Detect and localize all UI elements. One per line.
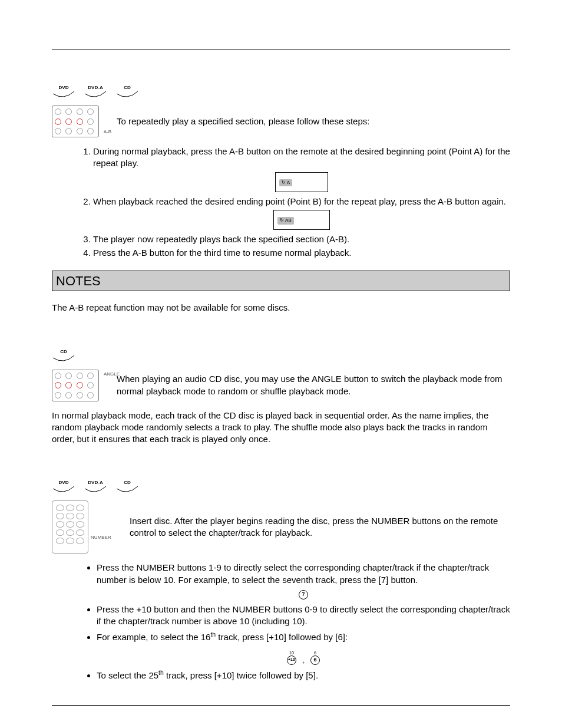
bullet-text: Press the NUMBER buttons 1-9 to directly… — [97, 562, 489, 584]
button-6-icon: 6 6 — [310, 651, 320, 665]
disc-dvd-icon: DVD — [52, 480, 75, 495]
osd-tag: ↻ A — [279, 179, 292, 187]
list-item: During normal playback, press the A-B bu… — [93, 146, 510, 192]
disc-dvda-icon: DVD-A — [84, 480, 107, 495]
remote-label: A-B — [104, 129, 111, 136]
disc-badges-row: CD — [52, 350, 510, 364]
remote-label: NUMBER — [91, 535, 111, 541]
page: DVD DVD-A CD A-B To repeatedly play a sp… — [0, 0, 562, 728]
section1-intro: To repeatedly play a specified section, … — [117, 116, 369, 127]
step-text: When playback reached the desired ending… — [93, 196, 506, 206]
remote-ab-icon: A-B — [52, 106, 99, 137]
disc-label: CD — [124, 85, 131, 90]
list-item: The player now repeatedly plays back the… — [93, 233, 510, 245]
bottom-rule — [52, 705, 510, 706]
osd-box: ↻ A — [275, 172, 328, 192]
list-item: Press the +10 button and then the NUMBER… — [97, 604, 510, 628]
osd-figure: ↻ AB — [93, 210, 510, 230]
remote-angle-icon: ANGLE — [52, 370, 99, 401]
disc-badges-row: DVD DVD-A CD — [52, 480, 510, 495]
disc-label: CD — [124, 480, 131, 485]
intro-row: NUMBER Insert disc. After the player beg… — [52, 500, 510, 554]
disc-dvd-icon: DVD — [52, 85, 75, 100]
list-item: To select the 25th track, press [+10] tw… — [97, 668, 510, 681]
top-rule — [52, 50, 510, 50]
notes-heading: NOTES — [52, 271, 510, 292]
sup: th — [210, 631, 216, 638]
remote-label: ANGLE — [104, 371, 120, 378]
bullet-text: For example, to select the 16 — [97, 632, 210, 642]
disc-label: DVD-A — [88, 85, 103, 90]
disc-label: DVD-A — [88, 480, 103, 485]
section2-para: In normal playback mode, each track of t… — [52, 410, 510, 446]
section2-intro: When playing an audio CD disc, you may u… — [117, 373, 510, 397]
ab-steps-list: During normal playback, press the A-B bu… — [52, 146, 510, 259]
icon-figure: 10 +10 + 6 6 — [97, 645, 510, 665]
step-text: During normal playback, press the A-B bu… — [93, 146, 510, 168]
sup: th — [158, 669, 164, 676]
disc-cd-icon: CD — [52, 350, 75, 364]
number-bullets: Press the NUMBER buttons 1-9 to directly… — [52, 562, 510, 681]
button-7-icon: 7 — [299, 590, 308, 599]
list-item: When playback reached the desired ending… — [93, 196, 510, 230]
bullet-text: track, press [+10] twice followed by [5]… — [164, 670, 318, 680]
button-plus10-icon: 10 +10 — [287, 651, 296, 665]
disc-label: DVD — [59, 85, 69, 90]
osd-box: ↻ AB — [273, 210, 329, 230]
osd-tag: ↻ AB — [277, 217, 293, 225]
intro-row: A-B To repeatedly play a specified secti… — [52, 106, 510, 137]
bullet-text: track, press [+10] followed by [6]: — [216, 632, 348, 642]
intro-row: ANGLE When playing an audio CD disc, you… — [52, 370, 510, 401]
list-item: For example, to select the 16th track, p… — [97, 630, 510, 665]
remote-number-icon — [52, 500, 88, 554]
bullet-text: To select the 25 — [97, 670, 158, 680]
section3-intro: Insert disc. After the player begins rea… — [106, 515, 510, 539]
osd-figure: ↻ A — [93, 172, 510, 192]
notes-text: The A-B repeat function may not be avail… — [52, 302, 510, 314]
disc-cd-icon: CD — [115, 480, 139, 495]
disc-label: CD — [60, 350, 67, 354]
icon-figure: 7 — [97, 588, 510, 600]
disc-badges-row: DVD DVD-A CD — [52, 85, 510, 100]
list-item: Press the A-B button for the third time … — [93, 247, 510, 259]
disc-label: DVD — [59, 480, 69, 485]
list-item: Press the NUMBER buttons 1-9 to directly… — [97, 562, 510, 600]
plus-icon: + — [302, 661, 305, 665]
disc-cd-icon: CD — [115, 85, 139, 100]
disc-dvda-icon: DVD-A — [84, 85, 107, 100]
